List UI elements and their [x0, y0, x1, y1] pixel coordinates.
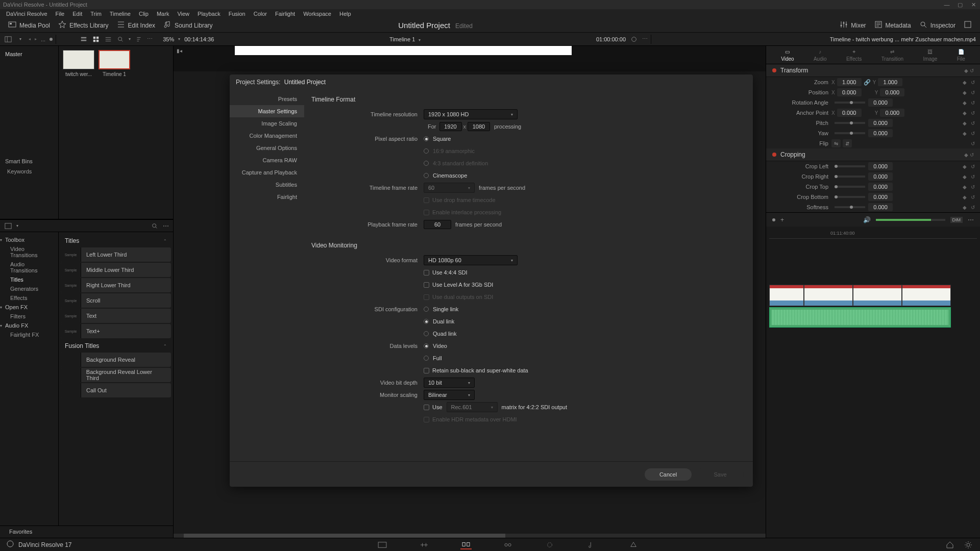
edit-page-icon[interactable] [460, 540, 472, 549]
resolution-dropdown[interactable]: 980 x 551 HD▾ [424, 109, 518, 119]
enable-dot-icon[interactable] [772, 153, 776, 157]
fx-cat-open-fx[interactable]: Open FX [0, 303, 58, 312]
fx-cat-audio-transitions[interactable]: Audio Transitions [0, 260, 58, 275]
height-input[interactable] [468, 122, 490, 131]
fx-item[interactable]: Call Out [61, 383, 171, 397]
prev-clip-icon[interactable]: ▮◂ [177, 48, 182, 54]
inspector-tab-effects[interactable]: ✦Effects [846, 48, 862, 62]
sound-library-button[interactable]: Sound Library [159, 18, 217, 32]
sdi-single-radio[interactable] [424, 307, 429, 312]
pitch-slider[interactable] [835, 122, 865, 124]
search-icon[interactable] [151, 222, 159, 230]
menu-playback[interactable]: Playback [193, 11, 225, 17]
grid-view-icon[interactable] [92, 35, 100, 43]
rotation-input[interactable] [868, 98, 893, 107]
menu-trim[interactable]: Trim [86, 11, 106, 17]
master-bin[interactable]: Master [0, 49, 58, 59]
sdi-quad-radio[interactable] [424, 331, 429, 336]
effects-library-button[interactable]: Effects Library [54, 18, 112, 32]
minimize-icon[interactable]: — [943, 1, 950, 8]
chevron-down-icon[interactable]: ▾ [178, 37, 180, 41]
inspector-tab-transition[interactable]: ⇄Transition [881, 48, 904, 62]
fx-cat-audio-fx[interactable]: Audio FX [0, 321, 58, 330]
menu-fusion[interactable]: Fusion [225, 11, 250, 17]
inspector-tab-image[interactable]: 🖼Image [923, 48, 938, 62]
yaw-slider[interactable] [835, 132, 865, 134]
mixer-button[interactable]: Mixer [836, 18, 870, 32]
audio-clip[interactable] [769, 307, 951, 328]
video-clip[interactable] [853, 285, 902, 306]
sync-icon[interactable] [630, 35, 638, 43]
expand-button[interactable] [960, 18, 976, 32]
chevron-down-icon[interactable]: ▾ [129, 37, 131, 41]
home-icon[interactable] [944, 540, 955, 549]
edit-index-button[interactable]: Edit Index [113, 18, 159, 32]
menu-workspace[interactable]: Workspace [299, 11, 335, 17]
fx-item[interactable]: SampleText [61, 309, 171, 323]
inspector-tab-file[interactable]: 📄File [957, 48, 965, 62]
crop-left-input[interactable] [868, 162, 893, 170]
inspector-button[interactable]: Inspector [915, 18, 960, 32]
settings-nav-presets[interactable]: Presets [230, 93, 304, 105]
list-view-icon[interactable] [80, 35, 88, 43]
clip-item[interactable]: twitch wer... [63, 50, 94, 77]
zoom-x-input[interactable] [837, 78, 862, 86]
width-input[interactable] [439, 122, 462, 131]
link-icon[interactable]: 🔗 [864, 79, 871, 86]
cut-page-icon[interactable] [419, 540, 430, 549]
fx-cat-generators[interactable]: Generators [0, 284, 58, 293]
menu-timeline[interactable]: Timeline [106, 11, 135, 17]
video-format-dropdown[interactable]: HD 1080p 60▾ [424, 255, 518, 265]
mini-timeline[interactable]: 01:11:40:00 [766, 227, 980, 538]
fairlight-page-icon[interactable] [586, 540, 597, 549]
par-cscope-radio[interactable] [424, 173, 429, 178]
timeline-name[interactable]: Timeline 1 ▾ [389, 36, 421, 42]
inspector-tab-video[interactable]: ▭Video [781, 48, 794, 62]
anchor-x-input[interactable] [837, 109, 862, 117]
reset-icon[interactable]: ↺ [970, 79, 976, 85]
menu-fairlight[interactable]: Fairlight [271, 11, 299, 17]
fx-item[interactable]: SampleMiddle Lower Third [61, 263, 171, 277]
data-full-radio[interactable] [424, 356, 429, 361]
playback-fps-input[interactable] [424, 220, 451, 229]
settings-nav-general-options[interactable]: General Options [230, 142, 304, 154]
yaw-input[interactable] [868, 129, 893, 137]
zoom-y-input[interactable] [878, 78, 902, 86]
flip-v-button[interactable]: ⇵ [843, 139, 852, 147]
fx-cat-titles[interactable]: Titles [0, 275, 58, 284]
fx-item[interactable]: SampleLeft Lower Third [61, 247, 171, 262]
cropping-header[interactable]: Cropping ◆ ↺ [766, 148, 980, 161]
menu-help[interactable]: Help [335, 11, 355, 17]
menu-view[interactable]: View [173, 11, 193, 17]
menu-file[interactable]: File [52, 11, 69, 17]
pos-x-input[interactable] [837, 88, 862, 96]
fx-cat-toolbox[interactable]: Toolbox [0, 235, 58, 244]
enable-dot-icon[interactable] [772, 68, 776, 72]
kf-dot-icon[interactable] [772, 218, 775, 221]
zoom-percent[interactable]: 35% [163, 36, 174, 42]
chevron-down-icon[interactable]: ▾ [16, 35, 24, 43]
gear-icon[interactable] [963, 540, 974, 549]
fx-item[interactable]: SampleScroll [61, 293, 171, 308]
settings-nav-subtitles[interactable]: Subtitles [230, 179, 304, 191]
sdi-dual-radio[interactable] [424, 319, 429, 324]
close-icon[interactable]: ✕ [970, 1, 977, 8]
search-icon[interactable] [116, 35, 125, 43]
par-square-radio[interactable] [424, 136, 429, 141]
deliver-page-icon[interactable] [628, 540, 639, 549]
menu-clip[interactable]: Clip [135, 11, 153, 17]
retain-check[interactable] [424, 368, 429, 373]
fx-cat-fairlight-fx[interactable]: Fairlight FX [0, 330, 58, 339]
cancel-button[interactable]: Cancel [645, 468, 692, 481]
use-levela-check[interactable] [424, 282, 429, 288]
menu-edit[interactable]: Edit [68, 11, 86, 17]
fx-item[interactable]: Background Reveal [61, 353, 171, 367]
inspector-tab-audio[interactable]: ♪Audio [814, 48, 827, 62]
matrix-use-check[interactable] [424, 405, 429, 410]
menu-mark[interactable]: Mark [153, 11, 173, 17]
timeline-scrollbar[interactable] [174, 534, 766, 538]
settings-nav-image-scaling[interactable]: Image Scaling [230, 117, 304, 130]
add-kf-icon[interactable]: + [780, 216, 784, 223]
flip-h-button[interactable]: ⇋ [831, 139, 841, 147]
rotation-slider[interactable] [835, 102, 865, 104]
